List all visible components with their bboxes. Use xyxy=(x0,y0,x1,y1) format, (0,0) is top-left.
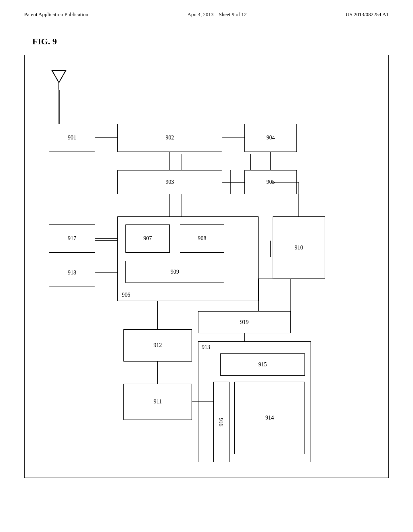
header-center: Apr. 4, 2013 Sheet 9 of 12 xyxy=(188,11,247,18)
header-left: Patent Application Publication xyxy=(24,11,88,18)
page: Patent Application Publication Apr. 4, 2… xyxy=(0,0,413,532)
svg-marker-0 xyxy=(52,71,66,83)
header-date: Apr. 4, 2013 xyxy=(188,11,214,17)
block-903: 903 xyxy=(117,170,222,194)
block-905: 905 xyxy=(244,170,297,194)
block-914: 914 xyxy=(234,382,305,454)
block-911: 911 xyxy=(123,384,192,420)
header: Patent Application Publication Apr. 4, 2… xyxy=(0,0,413,24)
block-901: 901 xyxy=(49,124,95,152)
figure-title: FIG. 9 xyxy=(32,36,413,47)
block-907: 907 xyxy=(125,224,170,253)
block-909: 909 xyxy=(125,261,224,283)
block-919: 919 xyxy=(198,311,291,333)
block-908: 908 xyxy=(180,224,224,253)
block-910: 910 xyxy=(273,216,325,279)
block-904: 904 xyxy=(244,124,297,152)
block-918: 918 xyxy=(49,259,95,287)
block-916: 916 xyxy=(213,382,229,462)
block-912: 912 xyxy=(123,329,192,362)
block-915: 915 xyxy=(220,353,305,376)
header-sheet: Sheet 9 of 12 xyxy=(219,11,247,17)
block-917: 917 xyxy=(49,224,95,253)
diagram-container: 901 902 904 903 905 906 907 908 xyxy=(24,55,389,478)
antenna-icon xyxy=(49,67,69,91)
header-right: US 2013/082254 A1 xyxy=(346,11,389,18)
block-902: 902 xyxy=(117,124,222,152)
